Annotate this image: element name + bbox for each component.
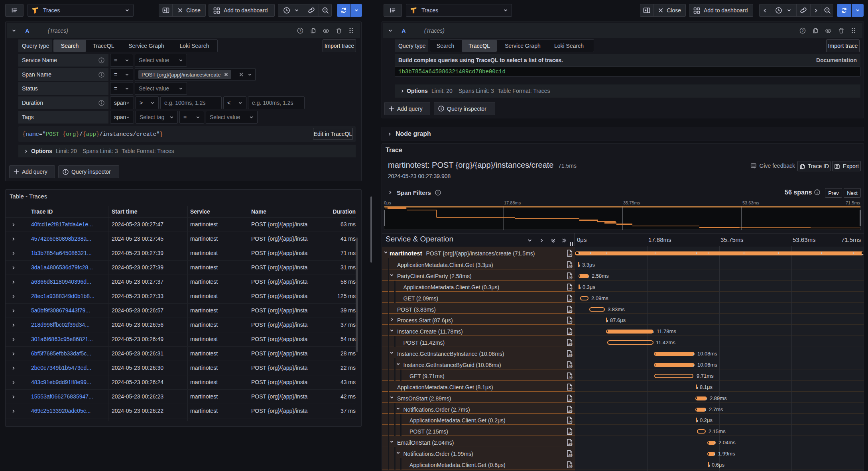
svg-text:LOG: LOG (567, 410, 573, 412)
svg-text:?: ? (299, 29, 301, 33)
svg-text:LOG: LOG (567, 454, 573, 456)
svg-text:LOG: LOG (567, 432, 573, 434)
svg-text:LOG: LOG (567, 298, 573, 301)
svg-text:LOG: LOG (567, 387, 573, 390)
svg-text:LOG: LOG (567, 310, 573, 312)
svg-text:LOG: LOG (567, 376, 573, 379)
svg-text:LOG: LOG (567, 420, 573, 423)
svg-text:LOG: LOG (567, 276, 573, 279)
svg-text:LOG: LOG (567, 332, 573, 334)
svg-text:LOG: LOG (567, 465, 573, 467)
svg-text:LOG: LOG (567, 253, 573, 256)
svg-text:LOG: LOG (567, 265, 573, 267)
svg-text:LOG: LOG (567, 354, 573, 356)
svg-text:LOG: LOG (567, 398, 573, 401)
svg-text:LOG: LOG (567, 287, 573, 290)
svg-text:?: ? (801, 29, 804, 33)
svg-text:LOG: LOG (567, 320, 573, 323)
svg-text:LOG: LOG (567, 365, 573, 367)
svg-text:LOG: LOG (567, 443, 573, 445)
svg-text:LOG: LOG (567, 343, 573, 345)
